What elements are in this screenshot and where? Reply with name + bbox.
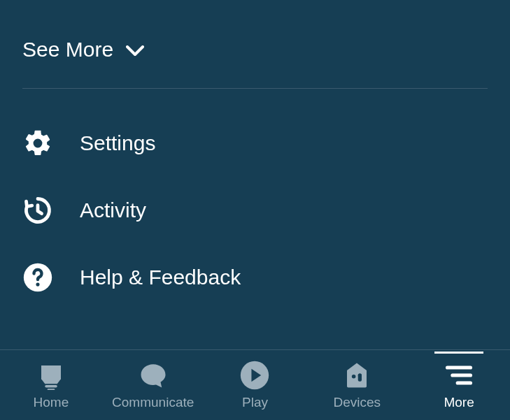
nav-item-communicate[interactable]: Communicate bbox=[106, 360, 200, 410]
svg-rect-3 bbox=[45, 385, 57, 388]
nav-item-home[interactable]: Home bbox=[3, 360, 98, 410]
svg-point-2 bbox=[36, 283, 39, 287]
menu-item-help[interactable]: Help & Feedback bbox=[22, 244, 488, 311]
gear-icon bbox=[22, 128, 53, 159]
devices-icon bbox=[341, 360, 372, 391]
menu-item-settings[interactable]: Settings bbox=[22, 110, 488, 177]
question-icon bbox=[22, 262, 53, 293]
nav-label: Home bbox=[34, 395, 69, 410]
home-icon bbox=[36, 360, 66, 391]
chat-icon bbox=[138, 360, 169, 391]
nav-label: Communicate bbox=[112, 395, 194, 410]
active-indicator bbox=[434, 352, 483, 354]
play-icon bbox=[239, 360, 270, 391]
nav-item-more[interactable]: More bbox=[412, 360, 507, 410]
more-icon bbox=[444, 360, 474, 391]
menu-item-activity[interactable]: Activity bbox=[22, 177, 488, 244]
nav-label: More bbox=[444, 395, 474, 410]
nav-label: Devices bbox=[333, 395, 381, 410]
menu-item-label: Settings bbox=[80, 131, 155, 155]
nav-item-play[interactable]: Play bbox=[208, 360, 302, 410]
nav-item-devices[interactable]: Devices bbox=[310, 360, 404, 410]
menu-list: Settings Activity Help & Feedback bbox=[22, 89, 488, 311]
see-more-toggle[interactable]: See More bbox=[22, 0, 488, 88]
menu-item-label: Activity bbox=[80, 198, 146, 222]
svg-point-8 bbox=[358, 373, 362, 377]
svg-rect-4 bbox=[48, 389, 55, 390]
chevron-down-icon bbox=[126, 38, 144, 61]
nav-label: Play bbox=[242, 395, 268, 410]
see-more-label: See More bbox=[22, 38, 113, 61]
svg-point-0 bbox=[36, 141, 41, 146]
svg-point-6 bbox=[352, 375, 356, 379]
history-icon bbox=[22, 195, 53, 226]
bottom-nav: Home Communicate Play Devices More bbox=[0, 349, 510, 420]
menu-item-label: Help & Feedback bbox=[80, 266, 241, 289]
